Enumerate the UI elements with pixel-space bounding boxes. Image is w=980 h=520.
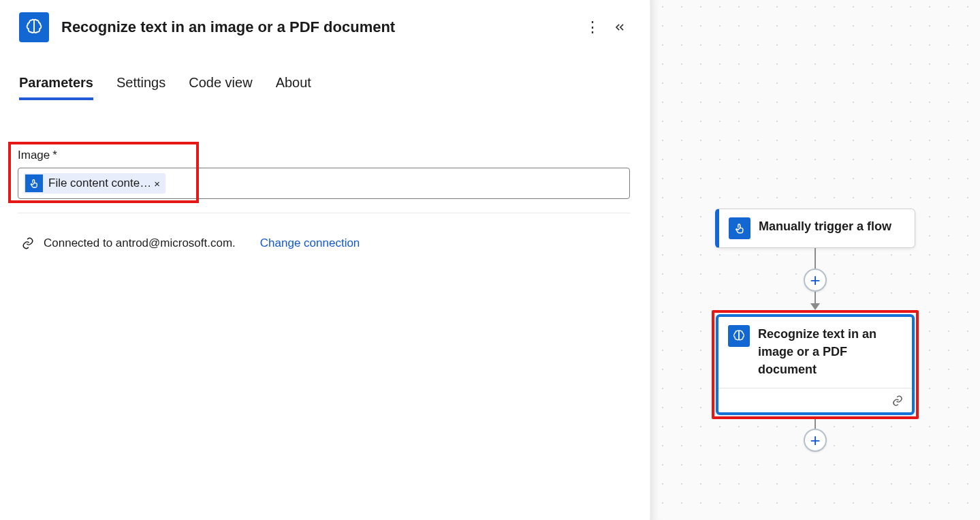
more-icon: ⋮	[585, 18, 600, 36]
link-icon	[20, 236, 35, 251]
flow-canvas[interactable]: Manually trigger a flow + Recognize text…	[650, 0, 980, 520]
connection-text: Connected to antrod@microsoft.com.	[44, 236, 236, 250]
tab-parameters[interactable]: Parameters	[19, 75, 93, 100]
add-step-button[interactable]: +	[804, 429, 827, 452]
connection-row: Connected to antrod@microsoft.com. Chang…	[20, 236, 360, 251]
tab-about[interactable]: About	[276, 75, 311, 100]
edge	[815, 292, 816, 304]
edge	[815, 419, 816, 429]
node-recognize-text[interactable]: Recognize text in an image or a PDF docu…	[716, 314, 915, 415]
plus-icon: +	[810, 431, 820, 449]
divider	[18, 213, 630, 213]
node-recognize-text-title: Recognize text in an image or a PDF docu…	[758, 325, 902, 378]
panel-header: Recognize text in an image or a PDF docu…	[0, 0, 650, 49]
token-remove[interactable]: ×	[154, 178, 160, 189]
highlight-annotation: Recognize text in an image or a PDF docu…	[712, 310, 919, 419]
image-token[interactable]: File content conte… ×	[24, 173, 165, 194]
chevron-double-left-icon	[613, 20, 627, 34]
image-field-label: Image	[18, 149, 50, 162]
edge	[815, 248, 816, 269]
add-step-button[interactable]: +	[804, 269, 827, 292]
panel-title: Recognize text in an image or a PDF docu…	[61, 18, 579, 36]
details-panel: Recognize text in an image or a PDF docu…	[0, 0, 650, 520]
link-icon	[891, 395, 904, 407]
flow-column: Manually trigger a flow + Recognize text…	[712, 209, 918, 452]
image-input[interactable]: File content conte… ×	[18, 168, 630, 199]
collapse-button[interactable]	[606, 14, 633, 41]
change-connection-link[interactable]: Change connection	[260, 236, 360, 250]
brain-icon	[728, 325, 750, 347]
token-text: File content conte…	[44, 177, 154, 190]
touch-icon	[729, 217, 750, 239]
arrowhead-icon	[810, 303, 820, 310]
node-footer	[718, 388, 912, 412]
required-mark: *	[52, 149, 57, 162]
tabs: Parameters Settings Code view About	[0, 49, 650, 100]
image-field-label-row: Image *	[18, 149, 57, 162]
touch-icon	[25, 174, 43, 192]
node-trigger[interactable]: Manually trigger a flow	[715, 209, 915, 248]
plus-icon: +	[810, 271, 820, 289]
brain-icon	[19, 12, 49, 42]
tab-settings[interactable]: Settings	[116, 75, 165, 100]
more-button[interactable]: ⋮	[579, 14, 606, 41]
node-trigger-title: Manually trigger a flow	[759, 217, 891, 239]
tab-code-view[interactable]: Code view	[189, 75, 252, 100]
